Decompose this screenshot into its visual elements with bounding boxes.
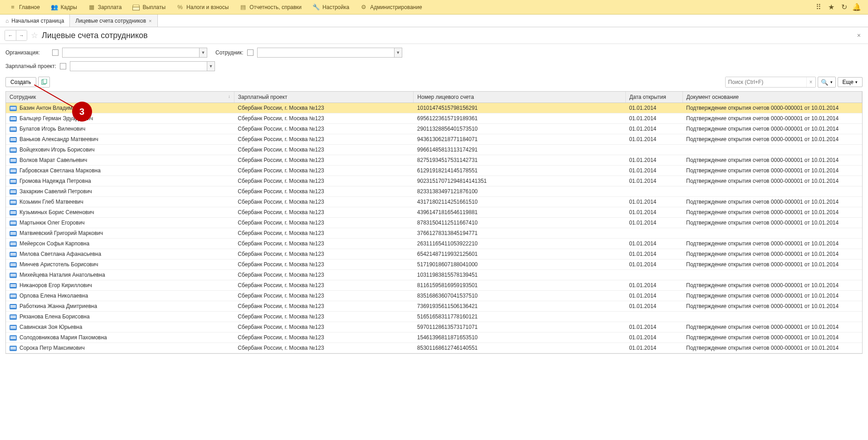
menu-icon-1: 👥 (51, 4, 58, 11)
proj-dropdown-icon[interactable]: ▼ (207, 62, 215, 71)
cell-doc: Подтверждение открытия счетов 0000-00000… (683, 113, 862, 124)
table-row[interactable]: Захаркин Савелий ПетровичСбербанк России… (6, 186, 862, 197)
card-icon (10, 293, 17, 299)
cell-date: 01.01.2014 (625, 280, 683, 291)
col-date[interactable]: Дата открытия (625, 92, 683, 103)
org-input[interactable] (63, 48, 199, 57)
cell-acc: 83516863607041537510 (414, 291, 625, 301)
create-button[interactable]: Создать (5, 77, 36, 87)
favorite-star-icon[interactable]: ☆ (31, 30, 38, 40)
main-menu: ≡Главное👥Кадры▦ЗарплатаВыплаты%Налоги и … (4, 0, 814, 15)
close-page-icon[interactable]: × (854, 31, 863, 40)
cell-proj: Сбербанк России, г. Москва №123 (234, 332, 413, 343)
table-row[interactable]: Кузьминых Борис СеменовичСбербанк России… (6, 207, 862, 218)
nav-forward-button[interactable]: → (16, 30, 27, 40)
search-start-button[interactable]: 🔍▾ (818, 77, 836, 88)
menu-item-3[interactable]: Выплаты (127, 0, 171, 15)
menu-icon-7: ⚙ (360, 4, 367, 11)
menu-label-4: Налоги и взносы (186, 4, 229, 10)
cell-emp: Войцехович Игорь Борисович (6, 145, 234, 155)
apps-icon[interactable]: ⠿ (814, 3, 823, 11)
table-row[interactable]: Мейерсон Софья КарповнаСбербанк России, … (6, 239, 862, 249)
table-row[interactable]: Орлова Елена НиколаевнаСбербанк России, … (6, 291, 862, 301)
cell-doc: Подтверждение открытия счетов 0000-00000… (683, 207, 862, 218)
cell-proj: Сбербанк России, г. Москва №123 (234, 249, 413, 259)
more-button[interactable]: Еще▾ (838, 77, 863, 87)
cell-doc: Подтверждение открытия счетов 0000-00000… (683, 103, 862, 113)
tab-1[interactable]: Лицевые счета сотрудников× (70, 15, 157, 27)
cell-doc: Подтверждение открытия счетов 0000-00000… (683, 239, 862, 249)
emp-checkbox[interactable] (247, 49, 254, 56)
nav-back-button[interactable]: ← (5, 30, 16, 40)
table-row[interactable]: Михейцева Наталия АнатольевнаСбербанк Ро… (6, 270, 862, 280)
table-row[interactable]: Козьмин Глеб МатвеевичСбербанк России, г… (6, 197, 862, 207)
proj-input[interactable] (70, 62, 207, 71)
cell-emp: Кузьминых Борис Семенович (6, 207, 234, 218)
menu-item-2[interactable]: ▦Зарплата (83, 0, 127, 15)
col-employee[interactable]: Сотрудник↓ (6, 92, 234, 103)
cell-emp: Сорока Петр Максимович (6, 343, 234, 353)
search-clear-icon[interactable]: × (806, 77, 815, 87)
table-row[interactable]: Сорока Петр МаксимовичСбербанк России, г… (6, 343, 862, 353)
table-row[interactable]: Солодовникова Мария ПахомовнаСбербанк Ро… (6, 332, 862, 343)
table-row[interactable]: Минчев Аристотель БорисовичСбербанк Росс… (6, 259, 862, 270)
table-row[interactable]: Громова Надежда ПетровнаСбербанк России,… (6, 176, 862, 186)
col-account[interactable]: Номер лицевого счета (414, 92, 625, 103)
org-dropdown-icon[interactable]: ▼ (199, 48, 207, 57)
cell-date (625, 312, 683, 322)
cell-doc: Подтверждение открытия счетов 0000-00000… (683, 332, 862, 343)
menu-item-4[interactable]: %Налоги и взносы (171, 0, 234, 15)
annotation-badge: 3 (72, 102, 92, 122)
cell-proj: Сбербанк России, г. Москва №123 (234, 218, 413, 228)
card-icon (10, 314, 17, 320)
table-row[interactable]: Работкина Жанна ДмитриевнаСбербанк Росси… (6, 301, 862, 312)
tab-0[interactable]: ⌂Начальная страница (0, 15, 70, 27)
menu-item-6[interactable]: 🔧Настройка (307, 0, 355, 15)
table-row[interactable]: Мартынюк Олег ЕгоровичСбербанк России, г… (6, 218, 862, 228)
cell-emp: Булатов Игорь Виленович (6, 124, 234, 134)
menu-item-0[interactable]: ≡Главное (4, 0, 45, 15)
emp-input[interactable] (258, 48, 394, 57)
table-row[interactable]: Войцехович Игорь БорисовичСбербанк Росси… (6, 145, 862, 155)
org-checkbox[interactable] (52, 49, 59, 56)
bell-icon[interactable]: 🔔 (853, 3, 861, 11)
cell-acc: 29011328856401573510 (414, 124, 625, 134)
history-icon[interactable]: ↻ (840, 3, 848, 11)
table-row[interactable]: Бальцер Герман ЭдуардовичСбербанк России… (6, 113, 862, 124)
cell-date: 01.01.2014 (625, 197, 683, 207)
menu-item-1[interactable]: 👥Кадры (45, 0, 83, 15)
table-row[interactable]: Волков Марат СавельевичСбербанк России, … (6, 155, 862, 166)
tab-close-icon[interactable]: × (149, 18, 151, 24)
cell-acc: 10101474515798156291 (414, 103, 625, 113)
table-row[interactable]: Булатов Игорь ВиленовичСбербанк России, … (6, 124, 862, 134)
create-copy-button[interactable] (38, 77, 50, 88)
col-doc[interactable]: Документ основание (683, 92, 862, 103)
cell-date: 01.01.2014 (625, 134, 683, 145)
table-row[interactable]: Милова Светлана АфанасьевнаСбербанк Росс… (6, 249, 862, 259)
table-row[interactable]: Савинская Зоя ЮрьевнаСбербанк России, г.… (6, 322, 862, 332)
table-row[interactable]: Базин Антон ВладимировичСбербанк России,… (6, 103, 862, 113)
table-row[interactable]: Матвиевский Григорий МарковичСбербанк Ро… (6, 228, 862, 239)
table-row[interactable]: Ваньков Александр МатвеевичСбербанк Росс… (6, 134, 862, 145)
search-input[interactable] (726, 77, 806, 87)
menu-label-5: Отчетность, справки (249, 4, 302, 10)
proj-checkbox[interactable] (60, 63, 66, 69)
card-icon (10, 220, 17, 226)
menu-item-5[interactable]: ▤Отчетность, справки (234, 0, 307, 15)
cell-acc: 26311165411053922210 (414, 239, 625, 249)
cell-doc: Подтверждение открытия счетов 0000-00000… (683, 322, 862, 332)
table-row[interactable]: Рязанова Елена БорисовнаСбербанк России,… (6, 312, 862, 322)
menu-label-3: Выплаты (142, 4, 166, 10)
emp-dropdown-icon[interactable]: ▼ (394, 48, 402, 57)
card-icon (10, 283, 17, 288)
cell-doc (683, 145, 862, 155)
menu-item-7[interactable]: ⚙Администрирование (355, 0, 427, 15)
col-project[interactable]: Зарплатный проект (234, 92, 413, 103)
emp-field: ▼ (257, 48, 402, 58)
table-row[interactable]: Габровская Светлана МарковнаСбербанк Рос… (6, 166, 862, 176)
star-icon[interactable]: ★ (827, 3, 835, 11)
table-row[interactable]: Никаноров Егор КирилловичСбербанк России… (6, 280, 862, 291)
cell-acc: 59701128613573171071 (414, 322, 625, 332)
proj-field: ▼ (70, 61, 215, 71)
cell-proj: Сбербанк России, г. Москва №123 (234, 145, 413, 155)
